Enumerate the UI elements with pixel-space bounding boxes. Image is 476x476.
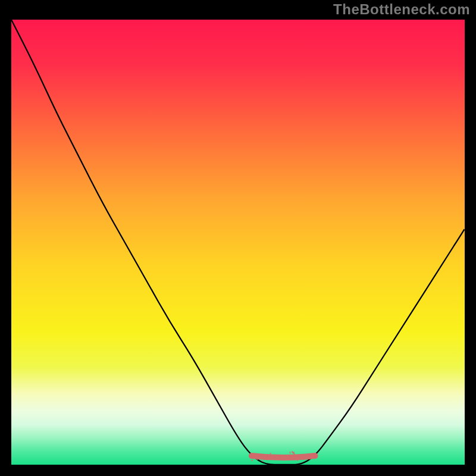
chart-frame: TheBottleneck.com <box>0 0 476 476</box>
svg-rect-16 <box>297 459 298 461</box>
svg-rect-17 <box>298 455 299 457</box>
svg-rect-18 <box>295 457 296 459</box>
svg-rect-15 <box>251 460 253 461</box>
svg-rect-24 <box>261 455 262 456</box>
svg-rect-22 <box>273 455 274 456</box>
svg-rect-21 <box>289 455 291 457</box>
svg-rect-14 <box>314 453 315 455</box>
svg-rect-1 <box>287 457 289 458</box>
svg-rect-6 <box>256 458 258 460</box>
curve-layer <box>11 20 465 465</box>
plateau-marker <box>251 451 315 462</box>
svg-rect-4 <box>262 461 263 462</box>
svg-rect-2 <box>252 456 253 458</box>
svg-rect-7 <box>267 455 268 457</box>
svg-rect-8 <box>267 459 268 461</box>
watermark-text: TheBottleneck.com <box>333 1 470 18</box>
svg-rect-19 <box>293 452 295 454</box>
svg-rect-11 <box>258 456 259 457</box>
svg-rect-10 <box>278 455 280 456</box>
plot-area <box>11 20 465 465</box>
svg-rect-12 <box>306 454 307 456</box>
svg-rect-5 <box>292 451 293 453</box>
svg-rect-23 <box>312 453 314 455</box>
bottleneck-curve-path <box>11 20 465 465</box>
svg-rect-20 <box>270 453 271 454</box>
svg-rect-13 <box>290 452 291 453</box>
